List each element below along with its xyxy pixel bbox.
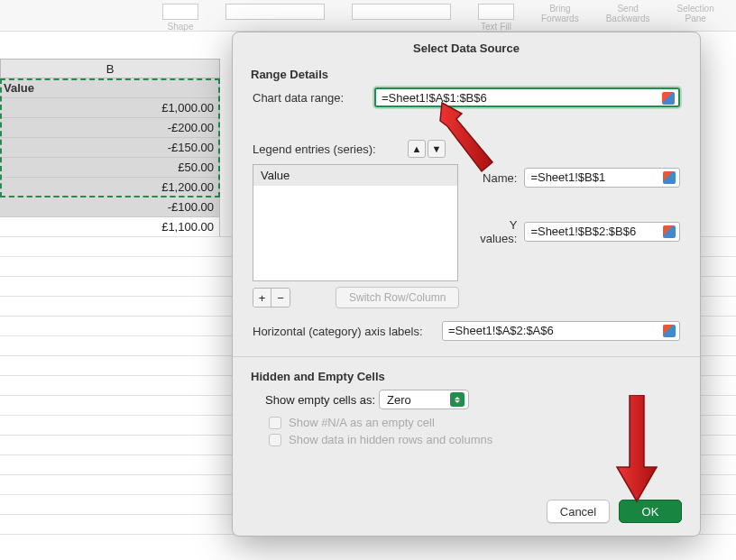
series-name-input[interactable]: =Sheet1!$B$1 [524,168,680,188]
ok-button[interactable]: OK [619,500,682,523]
range-picker-icon[interactable] [663,225,676,238]
divider [233,356,700,357]
cell-b4[interactable]: -£150.00 [0,138,220,158]
series-add-button[interactable]: + [253,289,271,307]
series-name-label: Name: [470,171,524,185]
ribbon-box2[interactable] [352,0,451,22]
range-picker-icon[interactable] [662,92,675,105]
hidden-empty-heading: Hidden and Empty Cells [233,364,700,387]
show-na-label: Show #N/A as an empty cell [289,416,435,429]
ribbon-box1[interactable] [225,0,325,22]
cell-b6[interactable]: £1,200.00 [0,178,220,197]
show-empty-label: Show empty cells as: [265,393,375,407]
series-move-up-button[interactable]: ▲ [408,140,426,158]
switch-row-column-button[interactable]: Switch Row/Column [336,287,459,308]
show-hidden-label: Show data in hidden rows and columns [289,433,492,446]
y-values-value: =Sheet1!$B$2:$B$6 [530,225,636,238]
show-hidden-checkbox: Show data in hidden rows and columns [233,429,700,446]
y-values-input[interactable]: =Sheet1!$B$2:$B$6 [524,222,680,242]
series-name-value: =Sheet1!$B$1 [530,170,605,184]
series-move-down-button[interactable]: ▼ [428,140,446,158]
axis-labels-input[interactable]: =Sheet1!$A$2:$A$6 [442,321,680,341]
cell-b5[interactable]: £50.00 [0,158,220,178]
chart-data-range-value: =Sheet1!$A$1:$B$6 [382,91,487,105]
series-listbox[interactable]: Value [253,164,458,281]
show-empty-value: Zero [387,393,411,407]
select-data-source-dialog: Select Data Source Range Details Chart d… [232,32,701,537]
cell-b2[interactable]: £1,000.00 [0,98,220,118]
range-picker-icon[interactable] [663,325,676,337]
ribbon: ShapeFill Text Fill BringForwards SendBa… [0,0,736,32]
cell-b3[interactable]: -£200.00 [0,118,220,138]
cancel-button[interactable]: Cancel [547,500,610,523]
ribbon-text-fill[interactable]: Text Fill [478,0,514,32]
cell-b7[interactable]: -£100.00 [0,197,220,217]
cell-header[interactable]: Value [0,78,220,98]
series-item-value[interactable]: Value [253,165,457,186]
cells: Value £1,000.00 -£200.00 -£150.00 £50.00… [0,78,220,237]
series-remove-button[interactable]: − [271,289,290,307]
show-na-checkbox: Show #N/A as an empty cell [233,412,700,429]
ribbon-send-backwards[interactable]: SendBackwards [606,0,650,23]
show-empty-select[interactable]: Zero [379,390,469,409]
axis-labels-label: Horizontal (category) axis labels: [253,325,442,338]
ribbon-bring-forwards[interactable]: BringForwards [541,0,579,23]
chart-data-range-label: Chart data range: [253,91,374,105]
checkbox-icon [269,434,281,446]
column-header-b[interactable]: B [0,59,220,78]
checkbox-icon [269,417,281,429]
dialog-title: Select Data Source [233,32,700,62]
series-add-remove: + − [253,288,290,308]
y-values-label: Y values: [470,218,524,245]
chart-data-range-input[interactable]: =Sheet1!$A$1:$B$6 [374,87,680,107]
chevron-updown-icon [450,392,465,407]
range-picker-icon[interactable] [663,171,676,184]
range-details-heading: Range Details [233,62,700,85]
ribbon-selection-pane[interactable]: SelectionPane [677,0,714,23]
axis-labels-value: =Sheet1!$A$2:$A$6 [448,324,554,337]
legend-entries-label: Legend entries (series): [253,142,406,156]
